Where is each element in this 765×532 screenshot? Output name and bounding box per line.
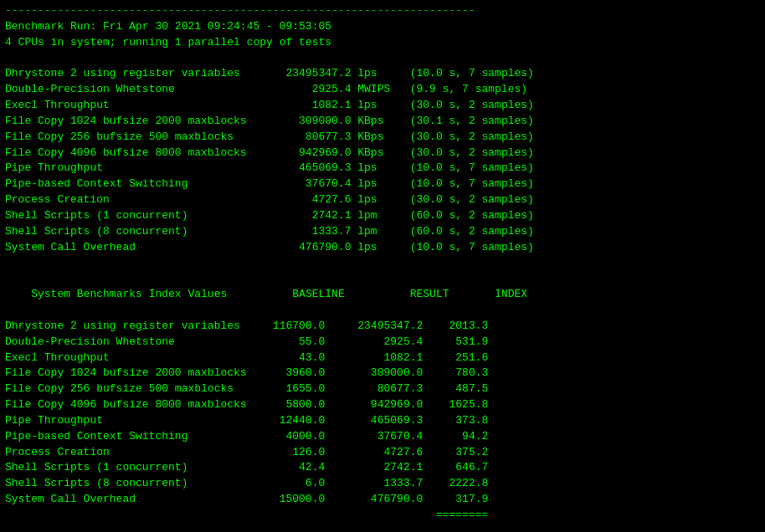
- test-row: Shell Scripts (8 concurrent) 1333.7 lpm …: [5, 224, 760, 240]
- index-row: File Copy 1024 bufsize 2000 maxblocks 39…: [5, 366, 760, 381]
- test-row: Double-Precision Whetstone 2925.4 MWIPS …: [5, 82, 760, 98]
- index-row: Pipe-based Context Switching 4000.0 3767…: [5, 429, 760, 445]
- index-row: System Call Overhead 15000.0 476790.0 31…: [5, 492, 760, 508]
- divider-top: ----------------------------------------…: [5, 3, 760, 19]
- test-row: Dhrystone 2 using register variables 234…: [5, 66, 760, 82]
- index-section-label: System Benchmarks Index Values: [31, 288, 227, 300]
- cpu-info-line: 4 CPUs in system; running 1 parallel cop…: [5, 35, 760, 51]
- test-row: System Call Overhead 476790.0 lps (10.0 …: [5, 240, 760, 256]
- blank-3: [5, 524, 760, 532]
- index-rows: Dhrystone 2 using register variables 116…: [5, 319, 760, 524]
- bench-run-line: Benchmark Run: Fri Apr 30 2021 09:24:45 …: [5, 19, 760, 35]
- test-row: Process Creation 4727.6 lps (30.0 s, 2 s…: [5, 192, 760, 208]
- index-header-spacer: BASELINE RESULT INDEX: [227, 288, 527, 300]
- index-row: Process Creation 126.0 4727.6 375.2: [5, 445, 760, 461]
- test-row: Execl Throughput 1082.1 lps (30.0 s, 2 s…: [5, 98, 760, 114]
- index-row: Shell Scripts (1 concurrent) 42.4 2742.1…: [5, 460, 760, 476]
- blank-2: [5, 256, 760, 272]
- index-result-header: RESULT: [410, 288, 449, 300]
- equals-line: ========: [5, 508, 760, 524]
- test-row: File Copy 256 bufsize 500 maxblocks 8067…: [5, 130, 760, 146]
- terminal: ----------------------------------------…: [5, 3, 760, 532]
- index-section-header: System Benchmarks Index Values BASELINE …: [5, 271, 760, 319]
- test-rows: Dhrystone 2 using register variables 234…: [5, 66, 760, 255]
- index-row: Shell Scripts (8 concurrent) 6.0 1333.7 …: [5, 476, 760, 492]
- blank-1: [5, 51, 760, 67]
- index-row: File Copy 4096 bufsize 8000 maxblocks 58…: [5, 397, 760, 413]
- index-row: File Copy 256 bufsize 500 maxblocks 1655…: [5, 381, 760, 397]
- index-index-header: INDEX: [495, 288, 527, 300]
- index-row: Dhrystone 2 using register variables 116…: [5, 319, 760, 335]
- index-row: Execl Throughput 43.0 1082.1 251.6: [5, 350, 760, 366]
- index-row: Pipe Throughput 12440.0 465069.3 373.8: [5, 413, 760, 429]
- test-row: Pipe-based Context Switching 37670.4 lps…: [5, 176, 760, 192]
- test-row: File Copy 4096 bufsize 8000 maxblocks 94…: [5, 146, 760, 161]
- index-row: Double-Precision Whetstone 55.0 2925.4 5…: [5, 335, 760, 350]
- test-row: File Copy 1024 bufsize 2000 maxblocks 30…: [5, 114, 760, 130]
- test-row: Pipe Throughput 465069.3 lps (10.0 s, 7 …: [5, 161, 760, 176]
- test-row: Shell Scripts (1 concurrent) 2742.1 lpm …: [5, 208, 760, 224]
- index-baseline-header: BASELINE: [292, 288, 344, 300]
